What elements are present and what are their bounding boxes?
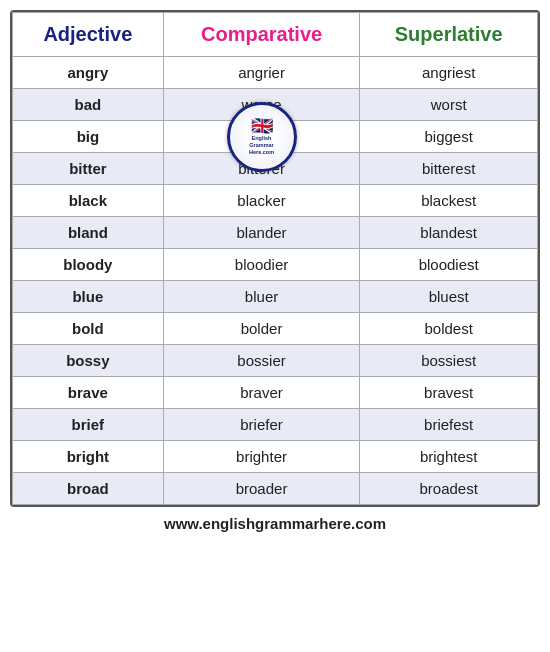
cell-adjective: bold bbox=[13, 313, 164, 345]
table-row: blackblackerblackest bbox=[13, 185, 538, 217]
cell-superlative: bluest bbox=[360, 281, 538, 313]
table-header-row: Adjective Comparative Superlative bbox=[13, 13, 538, 57]
cell-adjective: bright bbox=[13, 441, 164, 473]
footer-url: www.englishgrammarhere.com bbox=[164, 515, 386, 532]
cell-comparative: bolder bbox=[163, 313, 360, 345]
cell-superlative: blackest bbox=[360, 185, 538, 217]
cell-adjective: angry bbox=[13, 57, 164, 89]
table-row: bloodybloodierbloodiest bbox=[13, 249, 538, 281]
cell-superlative: biggest bbox=[360, 121, 538, 153]
cell-adjective: big bbox=[13, 121, 164, 153]
cell-comparative: bigger🇬🇧English Grammar Here.com bbox=[163, 121, 360, 153]
cell-comparative: bloodier bbox=[163, 249, 360, 281]
header-comparative: Comparative bbox=[163, 13, 360, 57]
cell-superlative: angriest bbox=[360, 57, 538, 89]
cell-adjective: bitter bbox=[13, 153, 164, 185]
cell-superlative: bossiest bbox=[360, 345, 538, 377]
table-row: boldbolderboldest bbox=[13, 313, 538, 345]
cell-adjective: bloody bbox=[13, 249, 164, 281]
cell-comparative: blander bbox=[163, 217, 360, 249]
table-row: bravebraverbravest bbox=[13, 377, 538, 409]
cell-superlative: boldest bbox=[360, 313, 538, 345]
adjectives-table: Adjective Comparative Superlative angrya… bbox=[10, 10, 540, 507]
cell-comparative: briefer bbox=[163, 409, 360, 441]
table-row: bossybossierbossiest bbox=[13, 345, 538, 377]
cell-adjective: bossy bbox=[13, 345, 164, 377]
table-row: blandblanderblandest bbox=[13, 217, 538, 249]
cell-adjective: bland bbox=[13, 217, 164, 249]
cell-comparative: blacker bbox=[163, 185, 360, 217]
cell-comparative: broader bbox=[163, 473, 360, 505]
table-row: bluebluerbluest bbox=[13, 281, 538, 313]
cell-adjective: brave bbox=[13, 377, 164, 409]
cell-adjective: blue bbox=[13, 281, 164, 313]
cell-comparative: brighter bbox=[163, 441, 360, 473]
cell-superlative: bravest bbox=[360, 377, 538, 409]
cell-superlative: brightest bbox=[360, 441, 538, 473]
cell-superlative: broadest bbox=[360, 473, 538, 505]
watermark-badge: 🇬🇧English Grammar Here.com bbox=[227, 102, 297, 172]
cell-adjective: black bbox=[13, 185, 164, 217]
cell-comparative: angrier bbox=[163, 57, 360, 89]
table-row: bigbigger🇬🇧English Grammar Here.combigge… bbox=[13, 121, 538, 153]
cell-superlative: bloodiest bbox=[360, 249, 538, 281]
cell-comparative: braver bbox=[163, 377, 360, 409]
cell-superlative: briefest bbox=[360, 409, 538, 441]
cell-superlative: blandest bbox=[360, 217, 538, 249]
cell-adjective: broad bbox=[13, 473, 164, 505]
header-adjective: Adjective bbox=[13, 13, 164, 57]
table-row: broadbroaderbroadest bbox=[13, 473, 538, 505]
header-superlative: Superlative bbox=[360, 13, 538, 57]
cell-comparative: bossier bbox=[163, 345, 360, 377]
table-row: briefbrieferbriefest bbox=[13, 409, 538, 441]
cell-comparative: bluer bbox=[163, 281, 360, 313]
cell-superlative: worst bbox=[360, 89, 538, 121]
table-row: angryangrierangriest bbox=[13, 57, 538, 89]
table-row: brightbrighterbrightest bbox=[13, 441, 538, 473]
cell-adjective: bad bbox=[13, 89, 164, 121]
cell-superlative: bitterest bbox=[360, 153, 538, 185]
cell-adjective: brief bbox=[13, 409, 164, 441]
